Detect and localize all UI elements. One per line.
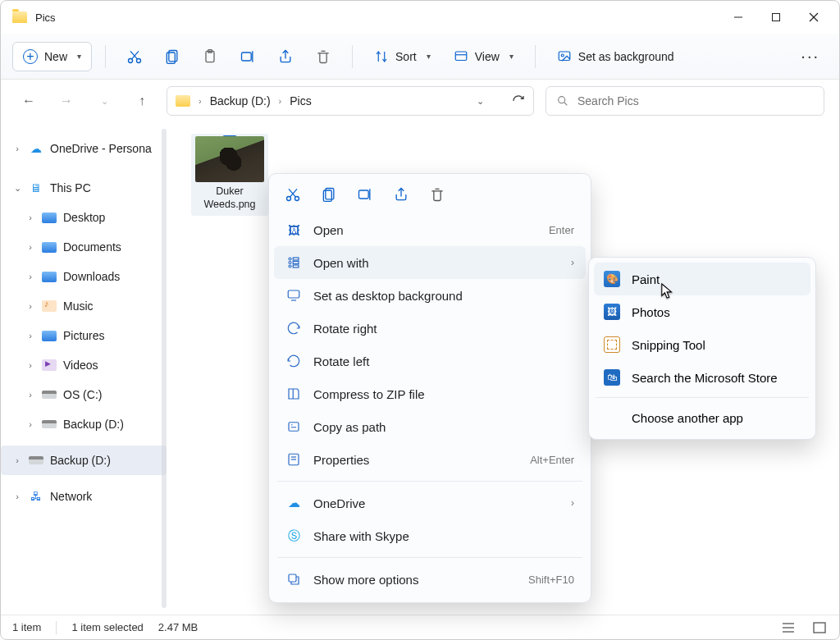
details-view-button[interactable] — [780, 621, 797, 634]
sidebar-item-documents[interactable]: ›Documents — [1, 232, 167, 262]
ctx-copy-path[interactable]: Copy as path — [274, 410, 586, 443]
ctx-open[interactable]: 🖼OpenEnter — [274, 213, 586, 246]
refresh-button[interactable] — [512, 94, 525, 107]
ctx-more-options[interactable]: Show more optionsShift+F10 — [274, 563, 586, 596]
chevron-down-icon[interactable]: ⌄ — [477, 96, 484, 107]
svg-point-4 — [129, 58, 133, 62]
minimize-button[interactable] — [719, 4, 757, 30]
submenu-paint[interactable]: 🎨Paint — [594, 263, 810, 295]
sidebar-label: Desktop — [63, 211, 105, 224]
file-item[interactable]: ✓ Duker Weeds.png — [191, 134, 268, 216]
close-button[interactable] — [795, 4, 833, 30]
svg-point-18 — [559, 97, 565, 103]
sidebar-item-backup-d[interactable]: ›Backup (D:) — [1, 409, 167, 439]
svg-rect-1 — [773, 14, 780, 21]
folder-icon — [42, 272, 57, 282]
ctx-open-with[interactable]: Open with› — [274, 246, 586, 279]
sidebar-item-network[interactable]: ›🖧Network — [1, 482, 167, 511]
search-input[interactable] — [578, 94, 814, 107]
paint-icon: 🎨 — [604, 271, 620, 287]
sidebar-label: Downloads — [63, 270, 120, 283]
window-folder-icon — [12, 11, 27, 23]
svg-point-33 — [289, 262, 291, 264]
store-icon: 🛍 — [604, 369, 620, 386]
ctx-zip[interactable]: Compress to ZIP file — [274, 377, 586, 410]
share-button[interactable] — [270, 42, 301, 71]
delete-icon[interactable] — [427, 184, 448, 205]
more-icon — [285, 572, 302, 587]
chevron-right-icon: › — [571, 257, 574, 268]
sidebar-item-desktop[interactable]: ›Desktop — [1, 203, 167, 232]
search-box[interactable] — [546, 86, 824, 116]
cut-button[interactable] — [119, 42, 150, 71]
more-button[interactable]: ··· — [792, 47, 828, 66]
breadcrumb-part[interactable]: Backup (D:) — [210, 94, 271, 107]
ctx-set-bg[interactable]: Set as desktop background — [274, 279, 586, 312]
sort-icon — [374, 49, 389, 64]
share-icon[interactable] — [390, 184, 412, 205]
svg-rect-23 — [814, 623, 825, 633]
rename-icon[interactable] — [354, 184, 376, 205]
open-with-submenu: 🎨Paint 🖼Photos Snipping Tool 🛍Search the… — [588, 257, 816, 440]
new-button[interactable]: + New ▾ — [12, 42, 92, 71]
sort-button[interactable]: Sort ▾ — [366, 42, 439, 71]
ctx-rotate-right[interactable]: Rotate right — [274, 312, 586, 345]
forward-button[interactable]: → — [53, 88, 80, 114]
ctx-rotate-left[interactable]: Rotate left — [274, 345, 586, 377]
svg-rect-45 — [289, 574, 296, 582]
svg-point-17 — [561, 54, 564, 57]
submenu-choose-app[interactable]: Choose another app — [594, 401, 810, 434]
sidebar-item-videos[interactable]: ›Videos — [1, 350, 167, 380]
paste-button[interactable] — [194, 42, 226, 71]
submenu-label: Paint — [632, 272, 660, 286]
sidebar-label: Pictures — [63, 329, 105, 342]
back-button[interactable]: ← — [16, 88, 42, 114]
video-icon — [42, 359, 57, 371]
sidebar-label: Backup (D:) — [50, 454, 111, 467]
copy-button[interactable] — [157, 42, 188, 71]
svg-point-5 — [137, 58, 141, 62]
sidebar-item-onedrive[interactable]: ›☁OneDrive - Persona — [1, 134, 167, 163]
breadcrumb-part[interactable]: Pics — [290, 94, 311, 107]
drive-icon — [29, 456, 43, 464]
ctx-skype[interactable]: ⓈShare with Skype — [274, 519, 586, 552]
sidebar-label: Backup (D:) — [63, 418, 124, 431]
sidebar-item-thispc[interactable]: ⌄🖥This PC — [1, 173, 167, 203]
svg-point-24 — [287, 197, 291, 201]
set-background-button[interactable]: Set as background — [549, 42, 682, 71]
submenu-snipping[interactable]: Snipping Tool — [594, 328, 810, 361]
sidebar-label: OneDrive - Persona — [50, 142, 152, 155]
context-menu: 🖼OpenEnter Open with› Set as desktop bac… — [268, 173, 591, 603]
ctx-onedrive[interactable]: ☁OneDrive› — [274, 487, 586, 519]
thumbnail-view-button[interactable] — [811, 621, 828, 634]
rotate-right-icon — [285, 321, 302, 336]
delete-button[interactable] — [308, 42, 339, 71]
submenu-label: Snipping Tool — [632, 338, 705, 352]
maximize-button[interactable] — [757, 4, 795, 30]
cloud-icon: ☁ — [285, 496, 302, 510]
sidebar-item-backup-d-root[interactable]: ›Backup (D:) — [1, 446, 167, 475]
rename-button[interactable] — [232, 42, 263, 71]
sidebar-item-downloads[interactable]: ›Downloads — [1, 262, 167, 291]
plus-icon: + — [23, 49, 38, 64]
recent-dropdown[interactable]: ⌄ — [91, 88, 117, 114]
cut-icon[interactable] — [282, 184, 304, 205]
copy-icon[interactable] — [318, 184, 340, 205]
sidebar-item-os-c[interactable]: ›OS (C:) — [1, 380, 167, 409]
submenu-photos[interactable]: 🖼Photos — [594, 295, 810, 328]
submenu-store[interactable]: 🛍Search the Microsoft Store — [594, 361, 810, 394]
svg-rect-30 — [359, 190, 369, 199]
zip-icon — [285, 386, 302, 401]
window-title: Pics — [35, 11, 56, 24]
up-button[interactable]: ↑ — [129, 88, 155, 114]
ctx-properties[interactable]: PropertiesAlt+Enter — [274, 443, 586, 476]
svg-line-7 — [130, 51, 137, 59]
set-bg-label: Set as background — [578, 50, 674, 63]
address-bar[interactable]: › Backup (D:) › Pics ⌄ — [167, 86, 534, 116]
sidebar-item-pictures[interactable]: ›Pictures — [1, 321, 167, 350]
view-button[interactable]: View ▾ — [445, 42, 522, 71]
svg-point-32 — [289, 258, 291, 260]
sidebar-item-music[interactable]: ›Music — [1, 291, 167, 321]
svg-line-19 — [564, 103, 567, 105]
svg-rect-35 — [293, 258, 299, 260]
